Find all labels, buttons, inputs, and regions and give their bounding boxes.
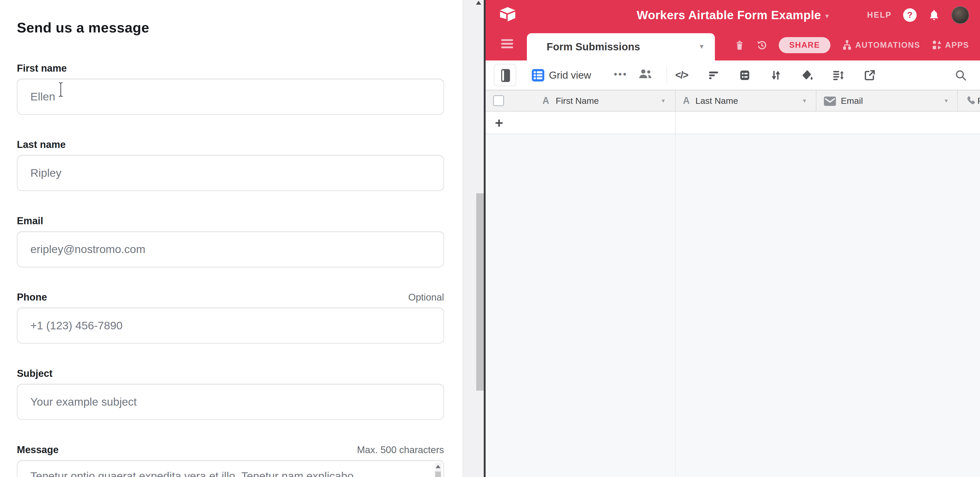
- airtable-top-bar: Workers Airtable Form Example ▾ HELP ?: [485, 0, 980, 30]
- subject-label: Subject: [17, 368, 52, 379]
- first-name-field: First name: [17, 62, 444, 115]
- column-header-email[interactable]: Email: [841, 90, 863, 111]
- column-divider: [675, 134, 676, 477]
- table-tab-caret-icon: ▾: [700, 42, 703, 51]
- grid-view-button[interactable]: Grid view: [532, 60, 591, 90]
- first-name-input[interactable]: [17, 79, 444, 115]
- column-divider[interactable]: [957, 90, 958, 111]
- message-textarea[interactable]: Tenetur optio quaerat expedita vera et i…: [17, 460, 444, 477]
- contact-form: Send us a message First name Last name E…: [17, 19, 444, 477]
- scrollbar-up-arrow[interactable]: [476, 1, 481, 5]
- filter-button[interactable]: [706, 60, 721, 90]
- column-divider[interactable]: [675, 90, 676, 111]
- subject-field: Subject: [17, 367, 444, 420]
- phone-field-icon: [965, 95, 977, 107]
- message-scrollbar[interactable]: [435, 463, 441, 477]
- message-scrollbar-thumb[interactable]: [435, 472, 441, 477]
- table-tab-form-submissions[interactable]: Form Submissions ▾: [527, 33, 715, 60]
- text-field-icon: A: [542, 90, 549, 111]
- text-cursor-pointer: [57, 81, 64, 98]
- select-all-checkbox[interactable]: [493, 95, 504, 106]
- table-tab-label: Form Submissions: [547, 41, 640, 53]
- column-caret-icon[interactable]: ▾: [945, 90, 948, 111]
- share-view-button[interactable]: [862, 60, 877, 90]
- apps-label: APPS: [945, 41, 969, 50]
- message-label: Message: [17, 444, 59, 455]
- view-name: Grid view: [549, 70, 591, 81]
- email-field-icon: [823, 96, 837, 106]
- grid-body: [485, 134, 980, 477]
- phone-label: Phone: [17, 292, 47, 303]
- last-name-field: Last name: [17, 138, 444, 191]
- airtable-table-bar: Form Submissions ▾ SHARE: [485, 30, 980, 60]
- collaborators-icon[interactable]: [638, 68, 652, 79]
- column-header-first-name[interactable]: First Name: [556, 90, 599, 111]
- revision-history-icon[interactable]: [756, 39, 768, 51]
- message-scrollbar-up-arrow[interactable]: [436, 465, 441, 468]
- row-height-button[interactable]: [830, 60, 846, 90]
- last-name-label: Last name: [17, 139, 66, 150]
- toolbar-divider: [667, 66, 667, 85]
- hide-fields-button[interactable]: </>: [674, 60, 689, 90]
- message-field: Message Max. 500 characters Tenetur opti…: [17, 443, 444, 477]
- phone-field: Phone Optional: [17, 290, 444, 344]
- first-name-label: First name: [17, 63, 67, 74]
- message-placeholder-text: Tenetur optio quaerat expedita vera et i…: [30, 469, 420, 477]
- color-button[interactable]: [800, 60, 815, 90]
- automations-button[interactable]: AUTOMATIONS: [842, 40, 920, 51]
- notifications-bell-icon[interactable]: [928, 9, 940, 21]
- email-field: Email: [17, 214, 444, 267]
- email-input[interactable]: [17, 231, 444, 267]
- screenshot-stage: Send us a message First name Last name E…: [0, 0, 980, 477]
- share-button[interactable]: SHARE: [779, 37, 830, 53]
- text-field-icon: A: [683, 90, 690, 111]
- column-header-phone[interactable]: Phone: [977, 90, 980, 111]
- column-divider[interactable]: [816, 90, 816, 111]
- help-button[interactable]: HELP: [867, 10, 892, 20]
- form-heading: Send us a message: [17, 19, 444, 36]
- column-caret-icon[interactable]: ▾: [662, 90, 665, 111]
- trash-icon[interactable]: [734, 39, 745, 51]
- grid-header-row: A First Name ▾ A Last Name ▾ Email ▾: [485, 90, 980, 112]
- left-pane-scrollbar[interactable]: [463, 0, 484, 477]
- phone-optional-hint: Optional: [408, 292, 444, 303]
- sort-button[interactable]: [768, 60, 784, 90]
- panel-icon: [501, 69, 510, 82]
- apps-button[interactable]: APPS: [931, 40, 969, 51]
- scrollbar-thumb[interactable]: [476, 193, 484, 391]
- sidebar-menu-icon[interactable]: [501, 39, 513, 48]
- group-button[interactable]: [737, 60, 752, 90]
- column-header-last-name[interactable]: Last Name: [695, 90, 738, 111]
- phone-input[interactable]: [17, 307, 444, 344]
- user-avatar[interactable]: [951, 6, 969, 24]
- subject-input[interactable]: [17, 384, 444, 420]
- window-split-divider: [484, 0, 485, 477]
- column-caret-icon[interactable]: ▾: [803, 90, 806, 111]
- view-options-dots-icon[interactable]: •••: [614, 60, 628, 88]
- last-name-input[interactable]: [17, 155, 444, 191]
- message-maxlength-hint: Max. 500 characters: [357, 445, 444, 455]
- view-toolbar: Grid view ••• </>: [485, 60, 980, 90]
- search-icon[interactable]: [953, 60, 969, 90]
- email-label: Email: [17, 216, 43, 227]
- add-record-row[interactable]: +: [485, 112, 980, 134]
- help-question-icon[interactable]: ?: [903, 8, 916, 22]
- base-title-caret-icon: ▾: [825, 10, 829, 20]
- automations-label: AUTOMATIONS: [855, 41, 920, 50]
- airtable-pane: Workers Airtable Form Example ▾ HELP ?: [485, 0, 980, 477]
- contact-form-pane: Send us a message First name Last name E…: [0, 0, 463, 477]
- add-record-plus-icon[interactable]: +: [495, 112, 503, 134]
- column-divider: [675, 112, 676, 134]
- view-sidebar-toggle-button[interactable]: [494, 64, 516, 86]
- base-title: Workers Airtable Form Example: [637, 8, 821, 22]
